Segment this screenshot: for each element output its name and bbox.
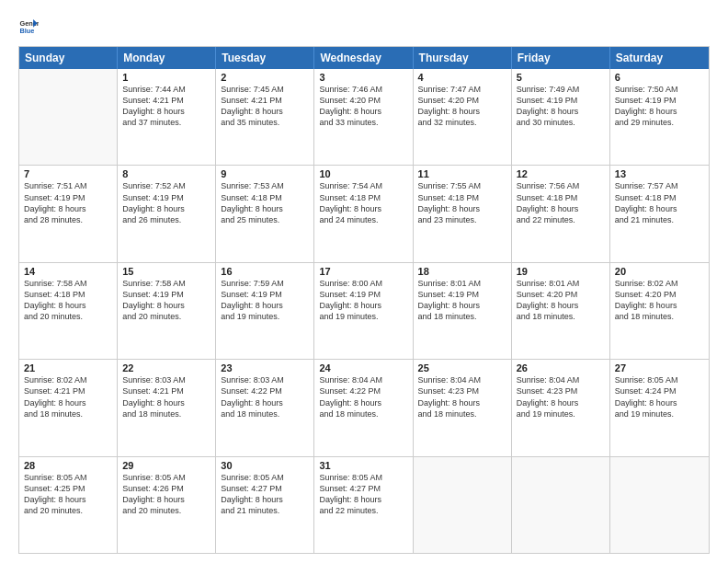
header-day-wednesday: Wednesday [314,47,413,69]
day-cell-24: 24Sunrise: 8:04 AMSunset: 4:22 PMDayligh… [314,360,413,455]
cell-info: Sunrise: 8:03 AMSunset: 4:21 PMDaylight:… [122,374,210,419]
day-cell-31: 31Sunrise: 8:05 AMSunset: 4:27 PMDayligh… [314,457,413,553]
day-number: 6 [615,72,704,83]
header-day-sunday: Sunday [19,47,118,69]
cell-info: Sunrise: 8:05 AMSunset: 4:27 PMDaylight:… [319,472,407,517]
header: General Blue [18,17,710,37]
calendar-row-4: 21Sunrise: 8:02 AMSunset: 4:21 PMDayligh… [19,360,709,456]
day-number: 5 [517,72,605,83]
day-number: 18 [418,266,506,277]
cell-info: Sunrise: 7:45 AMSunset: 4:21 PMDaylight:… [221,84,309,129]
day-cell-10: 10Sunrise: 7:54 AMSunset: 4:18 PMDayligh… [314,166,413,261]
cell-info: Sunrise: 8:04 AMSunset: 4:23 PMDaylight:… [418,374,506,419]
day-cell-28: 28Sunrise: 8:05 AMSunset: 4:25 PMDayligh… [19,457,118,553]
day-number: 29 [122,460,210,471]
day-cell-3: 3Sunrise: 7:46 AMSunset: 4:20 PMDaylight… [314,69,413,165]
cell-info: Sunrise: 8:03 AMSunset: 4:22 PMDaylight:… [221,374,309,419]
cell-info: Sunrise: 7:59 AMSunset: 4:19 PMDaylight:… [221,278,309,323]
day-cell-13: 13Sunrise: 7:57 AMSunset: 4:18 PMDayligh… [610,166,709,261]
header-day-tuesday: Tuesday [216,47,314,69]
cell-info: Sunrise: 7:51 AMSunset: 4:19 PMDaylight:… [24,180,112,225]
cell-info: Sunrise: 7:47 AMSunset: 4:20 PMDaylight:… [418,84,506,129]
day-number: 24 [319,362,407,373]
day-number: 26 [517,362,605,373]
day-cell-27: 27Sunrise: 8:05 AMSunset: 4:24 PMDayligh… [610,360,709,455]
day-number: 7 [24,168,112,179]
cell-info: Sunrise: 8:04 AMSunset: 4:22 PMDaylight:… [319,374,407,419]
day-cell-11: 11Sunrise: 7:55 AMSunset: 4:18 PMDayligh… [414,166,512,261]
cell-info: Sunrise: 8:02 AMSunset: 4:21 PMDaylight:… [24,374,112,419]
day-cell-5: 5Sunrise: 7:49 AMSunset: 4:19 PMDaylight… [512,69,610,165]
calendar-row-5: 28Sunrise: 8:05 AMSunset: 4:25 PMDayligh… [19,457,709,553]
cell-info: Sunrise: 7:56 AMSunset: 4:18 PMDaylight:… [517,180,605,225]
day-cell-2: 2Sunrise: 7:45 AMSunset: 4:21 PMDaylight… [216,69,314,165]
header-day-saturday: Saturday [610,47,709,69]
cell-info: Sunrise: 8:05 AMSunset: 4:25 PMDaylight:… [24,472,112,517]
cell-info: Sunrise: 8:05 AMSunset: 4:27 PMDaylight:… [221,472,309,517]
day-number: 14 [24,266,112,277]
cell-info: Sunrise: 7:58 AMSunset: 4:19 PMDaylight:… [122,278,210,323]
empty-cell-r4c5 [512,457,610,553]
day-number: 13 [615,168,704,179]
day-number: 2 [221,72,309,83]
cell-info: Sunrise: 8:01 AMSunset: 4:19 PMDaylight:… [418,278,506,323]
day-number: 8 [122,168,210,179]
page: General Blue SundayMondayTuesdayWednesda… [0,0,728,563]
day-number: 12 [517,168,605,179]
calendar-body: 1Sunrise: 7:44 AMSunset: 4:21 PMDaylight… [19,69,709,553]
calendar-row-1: 1Sunrise: 7:44 AMSunset: 4:21 PMDaylight… [19,69,709,166]
day-number: 15 [122,266,210,277]
cell-info: Sunrise: 8:01 AMSunset: 4:20 PMDaylight:… [517,278,605,323]
day-cell-1: 1Sunrise: 7:44 AMSunset: 4:21 PMDaylight… [118,69,216,165]
day-number: 3 [319,72,407,83]
cell-info: Sunrise: 7:54 AMSunset: 4:18 PMDaylight:… [319,180,407,225]
day-cell-25: 25Sunrise: 8:04 AMSunset: 4:23 PMDayligh… [414,360,512,455]
calendar-row-3: 14Sunrise: 7:58 AMSunset: 4:18 PMDayligh… [19,263,709,360]
day-cell-17: 17Sunrise: 8:00 AMSunset: 4:19 PMDayligh… [314,263,413,359]
cell-info: Sunrise: 8:00 AMSunset: 4:19 PMDaylight:… [319,278,407,323]
cell-info: Sunrise: 7:57 AMSunset: 4:18 PMDaylight:… [615,180,704,225]
day-cell-8: 8Sunrise: 7:52 AMSunset: 4:19 PMDaylight… [118,166,216,261]
day-number: 17 [319,266,407,277]
cell-info: Sunrise: 8:04 AMSunset: 4:23 PMDaylight:… [517,374,605,419]
day-cell-15: 15Sunrise: 7:58 AMSunset: 4:19 PMDayligh… [118,263,216,359]
day-cell-14: 14Sunrise: 7:58 AMSunset: 4:18 PMDayligh… [19,263,118,359]
day-cell-20: 20Sunrise: 8:02 AMSunset: 4:20 PMDayligh… [610,263,709,359]
day-number: 19 [517,266,605,277]
day-number: 21 [24,362,112,373]
cell-info: Sunrise: 7:58 AMSunset: 4:18 PMDaylight:… [24,278,112,323]
day-cell-22: 22Sunrise: 8:03 AMSunset: 4:21 PMDayligh… [118,360,216,455]
day-number: 22 [122,362,210,373]
header-day-thursday: Thursday [414,47,512,69]
cell-info: Sunrise: 7:50 AMSunset: 4:19 PMDaylight:… [615,84,704,129]
day-number: 25 [418,362,506,373]
day-number: 28 [24,460,112,471]
day-cell-7: 7Sunrise: 7:51 AMSunset: 4:19 PMDaylight… [19,166,118,261]
cell-info: Sunrise: 7:53 AMSunset: 4:18 PMDaylight:… [221,180,309,225]
day-number: 11 [418,168,506,179]
day-cell-23: 23Sunrise: 8:03 AMSunset: 4:22 PMDayligh… [216,360,314,455]
cell-info: Sunrise: 7:46 AMSunset: 4:20 PMDaylight:… [319,84,407,129]
day-cell-21: 21Sunrise: 8:02 AMSunset: 4:21 PMDayligh… [19,360,118,455]
day-number: 16 [221,266,309,277]
day-number: 4 [418,72,506,83]
day-number: 9 [221,168,309,179]
day-number: 20 [615,266,704,277]
empty-cell-r0c0 [19,69,118,165]
svg-text:Blue: Blue [19,27,34,35]
day-cell-26: 26Sunrise: 8:04 AMSunset: 4:23 PMDayligh… [512,360,610,455]
cell-info: Sunrise: 8:05 AMSunset: 4:26 PMDaylight:… [122,472,210,517]
day-cell-19: 19Sunrise: 8:01 AMSunset: 4:20 PMDayligh… [512,263,610,359]
cell-info: Sunrise: 8:02 AMSunset: 4:20 PMDaylight:… [615,278,704,323]
day-number: 30 [221,460,309,471]
empty-cell-r4c6 [610,457,709,553]
logo: General Blue [18,17,42,37]
empty-cell-r4c4 [414,457,512,553]
cell-info: Sunrise: 7:49 AMSunset: 4:19 PMDaylight:… [517,84,605,129]
cell-info: Sunrise: 7:55 AMSunset: 4:18 PMDaylight:… [418,180,506,225]
logo-icon: General Blue [18,17,39,37]
calendar-header: SundayMondayTuesdayWednesdayThursdayFrid… [19,47,709,69]
day-cell-29: 29Sunrise: 8:05 AMSunset: 4:26 PMDayligh… [118,457,216,553]
cell-info: Sunrise: 8:05 AMSunset: 4:24 PMDaylight:… [615,374,704,419]
day-number: 27 [615,362,704,373]
